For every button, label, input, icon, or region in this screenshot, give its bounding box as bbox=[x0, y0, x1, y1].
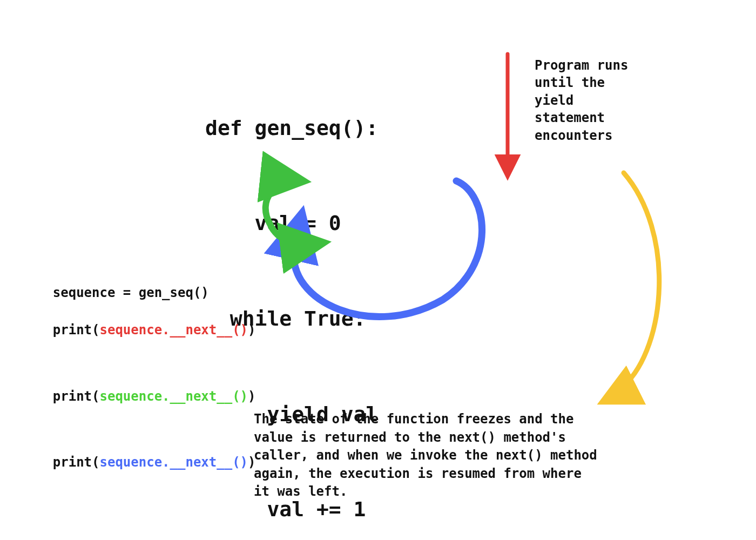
diagram-stage: def gen_seq(): val = 0 while True: yield… bbox=[0, 0, 756, 540]
assign-line: sequence = gen_seq() bbox=[53, 285, 209, 300]
print-close-2: ) bbox=[248, 389, 255, 404]
next-call-3: sequence.__next__() bbox=[100, 455, 248, 470]
next-call-2: sequence.__next__() bbox=[100, 389, 248, 404]
code-line-1: def gen_seq(): bbox=[205, 112, 378, 144]
next-call-1: sequence.__next__() bbox=[100, 322, 248, 338]
annotation-run-until-yield: Program runs until the yield statement e… bbox=[535, 57, 628, 144]
explanation-paragraph: The state of the function freezes and th… bbox=[254, 410, 599, 501]
print-open-3: print( bbox=[53, 455, 100, 470]
print-close-1: ) bbox=[248, 322, 255, 338]
code-line-2: val = 0 bbox=[205, 207, 378, 239]
print-open-1: print( bbox=[53, 322, 100, 338]
yellow-curve-icon bbox=[605, 173, 659, 401]
call-sequence-block: sequence = gen_seq() print(sequence.__ne… bbox=[22, 265, 256, 491]
print-open-2: print( bbox=[53, 389, 100, 404]
